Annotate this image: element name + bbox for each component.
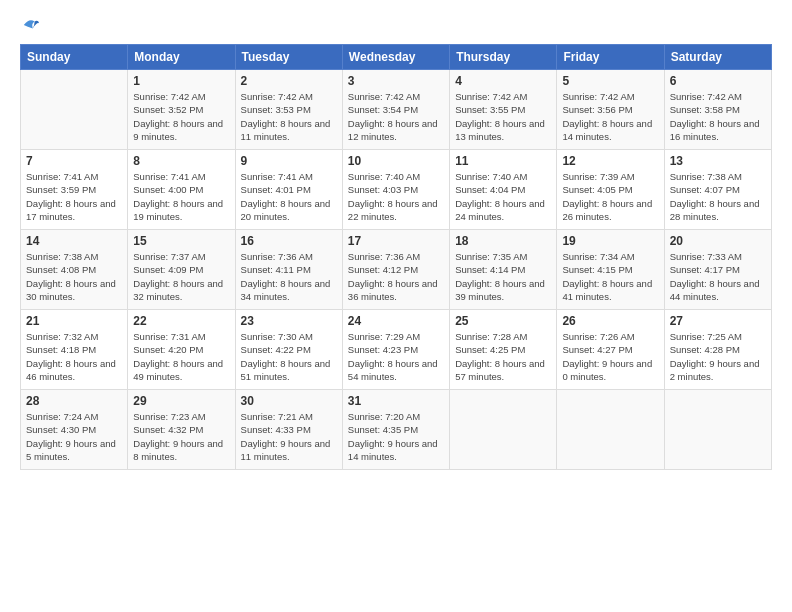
calendar-cell: 30Sunrise: 7:21 AMSunset: 4:33 PMDayligh…	[235, 390, 342, 470]
day-number: 18	[455, 234, 551, 248]
calendar-week-row: 1Sunrise: 7:42 AMSunset: 3:52 PMDaylight…	[21, 70, 772, 150]
calendar-cell: 3Sunrise: 7:42 AMSunset: 3:54 PMDaylight…	[342, 70, 449, 150]
day-info: Sunrise: 7:34 AMSunset: 4:15 PMDaylight:…	[562, 250, 658, 303]
calendar-cell: 11Sunrise: 7:40 AMSunset: 4:04 PMDayligh…	[450, 150, 557, 230]
day-number: 11	[455, 154, 551, 168]
day-number: 31	[348, 394, 444, 408]
calendar-cell: 23Sunrise: 7:30 AMSunset: 4:22 PMDayligh…	[235, 310, 342, 390]
calendar-cell	[557, 390, 664, 470]
calendar-cell: 25Sunrise: 7:28 AMSunset: 4:25 PMDayligh…	[450, 310, 557, 390]
day-number: 13	[670, 154, 766, 168]
logo	[20, 16, 40, 34]
day-info: Sunrise: 7:30 AMSunset: 4:22 PMDaylight:…	[241, 330, 337, 383]
day-number: 24	[348, 314, 444, 328]
day-number: 10	[348, 154, 444, 168]
calendar-cell: 22Sunrise: 7:31 AMSunset: 4:20 PMDayligh…	[128, 310, 235, 390]
day-info: Sunrise: 7:42 AMSunset: 3:52 PMDaylight:…	[133, 90, 229, 143]
page-container: Sunday Monday Tuesday Wednesday Thursday…	[0, 0, 792, 612]
day-info: Sunrise: 7:20 AMSunset: 4:35 PMDaylight:…	[348, 410, 444, 463]
day-info: Sunrise: 7:42 AMSunset: 3:53 PMDaylight:…	[241, 90, 337, 143]
col-sunday: Sunday	[21, 45, 128, 70]
calendar-week-row: 28Sunrise: 7:24 AMSunset: 4:30 PMDayligh…	[21, 390, 772, 470]
day-number: 14	[26, 234, 122, 248]
col-tuesday: Tuesday	[235, 45, 342, 70]
day-info: Sunrise: 7:38 AMSunset: 4:08 PMDaylight:…	[26, 250, 122, 303]
day-info: Sunrise: 7:25 AMSunset: 4:28 PMDaylight:…	[670, 330, 766, 383]
day-info: Sunrise: 7:35 AMSunset: 4:14 PMDaylight:…	[455, 250, 551, 303]
calendar-week-row: 7Sunrise: 7:41 AMSunset: 3:59 PMDaylight…	[21, 150, 772, 230]
calendar-cell: 29Sunrise: 7:23 AMSunset: 4:32 PMDayligh…	[128, 390, 235, 470]
calendar-cell: 5Sunrise: 7:42 AMSunset: 3:56 PMDaylight…	[557, 70, 664, 150]
col-thursday: Thursday	[450, 45, 557, 70]
day-info: Sunrise: 7:23 AMSunset: 4:32 PMDaylight:…	[133, 410, 229, 463]
day-number: 4	[455, 74, 551, 88]
day-number: 21	[26, 314, 122, 328]
calendar-cell: 21Sunrise: 7:32 AMSunset: 4:18 PMDayligh…	[21, 310, 128, 390]
calendar-cell: 31Sunrise: 7:20 AMSunset: 4:35 PMDayligh…	[342, 390, 449, 470]
day-number: 17	[348, 234, 444, 248]
day-info: Sunrise: 7:42 AMSunset: 3:56 PMDaylight:…	[562, 90, 658, 143]
day-number: 12	[562, 154, 658, 168]
calendar-cell: 4Sunrise: 7:42 AMSunset: 3:55 PMDaylight…	[450, 70, 557, 150]
calendar-cell: 9Sunrise: 7:41 AMSunset: 4:01 PMDaylight…	[235, 150, 342, 230]
calendar-cell: 10Sunrise: 7:40 AMSunset: 4:03 PMDayligh…	[342, 150, 449, 230]
day-info: Sunrise: 7:26 AMSunset: 4:27 PMDaylight:…	[562, 330, 658, 383]
day-number: 1	[133, 74, 229, 88]
calendar-cell: 6Sunrise: 7:42 AMSunset: 3:58 PMDaylight…	[664, 70, 771, 150]
day-info: Sunrise: 7:36 AMSunset: 4:11 PMDaylight:…	[241, 250, 337, 303]
day-info: Sunrise: 7:24 AMSunset: 4:30 PMDaylight:…	[26, 410, 122, 463]
calendar-week-row: 21Sunrise: 7:32 AMSunset: 4:18 PMDayligh…	[21, 310, 772, 390]
day-info: Sunrise: 7:41 AMSunset: 4:01 PMDaylight:…	[241, 170, 337, 223]
day-number: 20	[670, 234, 766, 248]
day-number: 8	[133, 154, 229, 168]
calendar-cell: 14Sunrise: 7:38 AMSunset: 4:08 PMDayligh…	[21, 230, 128, 310]
day-number: 5	[562, 74, 658, 88]
day-number: 22	[133, 314, 229, 328]
day-info: Sunrise: 7:28 AMSunset: 4:25 PMDaylight:…	[455, 330, 551, 383]
day-number: 23	[241, 314, 337, 328]
day-info: Sunrise: 7:42 AMSunset: 3:58 PMDaylight:…	[670, 90, 766, 143]
col-wednesday: Wednesday	[342, 45, 449, 70]
calendar-cell: 24Sunrise: 7:29 AMSunset: 4:23 PMDayligh…	[342, 310, 449, 390]
logo-bird-icon	[22, 16, 40, 34]
calendar-cell: 16Sunrise: 7:36 AMSunset: 4:11 PMDayligh…	[235, 230, 342, 310]
calendar-cell: 19Sunrise: 7:34 AMSunset: 4:15 PMDayligh…	[557, 230, 664, 310]
day-number: 3	[348, 74, 444, 88]
calendar-week-row: 14Sunrise: 7:38 AMSunset: 4:08 PMDayligh…	[21, 230, 772, 310]
day-number: 7	[26, 154, 122, 168]
day-number: 19	[562, 234, 658, 248]
calendar-cell: 8Sunrise: 7:41 AMSunset: 4:00 PMDaylight…	[128, 150, 235, 230]
calendar-cell: 12Sunrise: 7:39 AMSunset: 4:05 PMDayligh…	[557, 150, 664, 230]
calendar-cell: 13Sunrise: 7:38 AMSunset: 4:07 PMDayligh…	[664, 150, 771, 230]
calendar-cell: 7Sunrise: 7:41 AMSunset: 3:59 PMDaylight…	[21, 150, 128, 230]
calendar-cell	[450, 390, 557, 470]
day-info: Sunrise: 7:38 AMSunset: 4:07 PMDaylight:…	[670, 170, 766, 223]
day-number: 6	[670, 74, 766, 88]
day-info: Sunrise: 7:36 AMSunset: 4:12 PMDaylight:…	[348, 250, 444, 303]
calendar-cell: 2Sunrise: 7:42 AMSunset: 3:53 PMDaylight…	[235, 70, 342, 150]
calendar-table: Sunday Monday Tuesday Wednesday Thursday…	[20, 44, 772, 470]
calendar-cell: 26Sunrise: 7:26 AMSunset: 4:27 PMDayligh…	[557, 310, 664, 390]
calendar-cell: 17Sunrise: 7:36 AMSunset: 4:12 PMDayligh…	[342, 230, 449, 310]
day-number: 27	[670, 314, 766, 328]
day-number: 30	[241, 394, 337, 408]
day-info: Sunrise: 7:41 AMSunset: 3:59 PMDaylight:…	[26, 170, 122, 223]
day-number: 2	[241, 74, 337, 88]
col-saturday: Saturday	[664, 45, 771, 70]
calendar-cell: 28Sunrise: 7:24 AMSunset: 4:30 PMDayligh…	[21, 390, 128, 470]
calendar-cell: 27Sunrise: 7:25 AMSunset: 4:28 PMDayligh…	[664, 310, 771, 390]
day-info: Sunrise: 7:37 AMSunset: 4:09 PMDaylight:…	[133, 250, 229, 303]
day-number: 29	[133, 394, 229, 408]
day-number: 25	[455, 314, 551, 328]
day-number: 26	[562, 314, 658, 328]
calendar-cell: 20Sunrise: 7:33 AMSunset: 4:17 PMDayligh…	[664, 230, 771, 310]
day-info: Sunrise: 7:32 AMSunset: 4:18 PMDaylight:…	[26, 330, 122, 383]
col-friday: Friday	[557, 45, 664, 70]
day-info: Sunrise: 7:29 AMSunset: 4:23 PMDaylight:…	[348, 330, 444, 383]
day-info: Sunrise: 7:42 AMSunset: 3:54 PMDaylight:…	[348, 90, 444, 143]
day-number: 15	[133, 234, 229, 248]
day-info: Sunrise: 7:41 AMSunset: 4:00 PMDaylight:…	[133, 170, 229, 223]
calendar-cell	[21, 70, 128, 150]
day-info: Sunrise: 7:31 AMSunset: 4:20 PMDaylight:…	[133, 330, 229, 383]
calendar-cell	[664, 390, 771, 470]
